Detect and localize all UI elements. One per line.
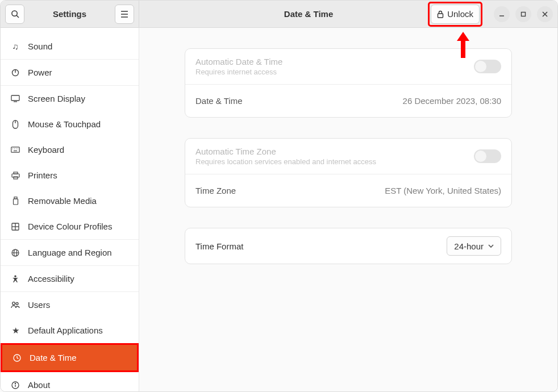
sidebar-item-label: Language and Region bbox=[28, 248, 112, 257]
row-automatic-time-zone: Automatic Time Zone Requires location se… bbox=[185, 139, 511, 174]
header-bar: Settings Date & Time Unlock bbox=[1, 1, 557, 28]
sidebar-item-keyboard[interactable]: Keyboard bbox=[1, 137, 139, 162]
group-time-zone: Automatic Time Zone Requires location se… bbox=[185, 138, 512, 207]
svg-rect-5 bbox=[438, 14, 443, 18]
svg-point-0 bbox=[11, 11, 16, 16]
row-date-time[interactable]: Date & Time 26 December 2023, 08:30 bbox=[185, 84, 511, 117]
annotation-highlight-unlock: Unlock bbox=[428, 2, 482, 27]
sidebar-item-label: Default Applications bbox=[28, 326, 103, 335]
music-note-icon: ♫ bbox=[11, 41, 20, 51]
svg-rect-7 bbox=[522, 12, 526, 16]
sidebar-item-label: Removable Media bbox=[28, 196, 97, 206]
maximize-icon bbox=[520, 11, 526, 17]
row-value: 26 December 2023, 08:30 bbox=[403, 96, 501, 106]
colour-icon bbox=[11, 223, 20, 231]
sidebar-item-screen-display[interactable]: Screen Display bbox=[1, 86, 139, 111]
toggle-knob bbox=[475, 61, 486, 72]
row-time-format: Time Format 24-hour bbox=[185, 228, 511, 264]
row-label: Automatic Date & Time bbox=[195, 57, 474, 66]
row-value: EST (New York, United States) bbox=[385, 186, 501, 195]
display-icon bbox=[11, 95, 20, 102]
sidebar-item-label: Date & Time bbox=[30, 353, 77, 362]
main-panel: Automatic Date & Time Requires internet … bbox=[139, 28, 557, 392]
sidebar-item-label: Users bbox=[28, 300, 50, 310]
sidebar-item-sound[interactable]: ♫ Sound bbox=[1, 34, 139, 59]
row-label: Automatic Time Zone bbox=[195, 147, 474, 156]
sidebar-item-label: Keyboard bbox=[28, 145, 64, 155]
accessibility-icon bbox=[11, 275, 20, 283]
svg-rect-23 bbox=[14, 172, 18, 174]
users-icon bbox=[11, 301, 20, 308]
chevron-down-icon bbox=[488, 244, 494, 248]
keyboard-icon bbox=[11, 147, 20, 153]
svg-rect-16 bbox=[11, 147, 19, 152]
close-icon bbox=[542, 11, 548, 17]
header-left: Settings bbox=[1, 1, 139, 27]
lock-icon bbox=[437, 10, 444, 18]
page-title: Date & Time bbox=[189, 9, 428, 19]
sidebar-item-language-region[interactable]: Language and Region bbox=[1, 240, 139, 265]
annotation-highlight-sidebar: Date & Time bbox=[1, 343, 139, 372]
toggle-automatic-date-time[interactable] bbox=[474, 60, 501, 73]
svg-point-34 bbox=[13, 302, 15, 305]
search-icon bbox=[11, 10, 19, 18]
sidebar-item-printers[interactable]: Printers bbox=[1, 162, 139, 188]
svg-rect-25 bbox=[13, 199, 18, 205]
clock-icon bbox=[13, 354, 22, 362]
group-date-time: Automatic Date & Time Requires internet … bbox=[185, 48, 512, 118]
row-time-zone[interactable]: Time Zone EST (New York, United States) bbox=[185, 174, 511, 207]
toggle-knob bbox=[475, 151, 486, 162]
svg-line-1 bbox=[16, 15, 19, 18]
toggle-automatic-time-zone[interactable] bbox=[474, 149, 501, 163]
row-sublabel: Requires location services enabled and i… bbox=[195, 157, 474, 166]
sidebar-item-label: Printers bbox=[28, 170, 57, 180]
select-value: 24-hour bbox=[454, 241, 484, 251]
window-maximize-button[interactable] bbox=[515, 6, 531, 22]
printer-icon bbox=[11, 172, 20, 180]
sidebar-item-label: About bbox=[28, 380, 50, 390]
group-time-format: Time Format 24-hour bbox=[185, 228, 512, 264]
unlock-label: Unlock bbox=[447, 9, 473, 19]
row-automatic-date-time: Automatic Date & Time Requires internet … bbox=[185, 49, 511, 84]
sidebar: ♫ Sound Power Screen Display Mouse & Tou… bbox=[1, 28, 139, 392]
usb-icon bbox=[11, 197, 20, 205]
row-label: Time Format bbox=[195, 241, 447, 251]
svg-point-33 bbox=[14, 275, 16, 277]
info-icon bbox=[11, 381, 20, 389]
sidebar-item-removable-media[interactable]: Removable Media bbox=[1, 188, 139, 214]
sidebar-item-users[interactable]: Users bbox=[1, 292, 139, 318]
menu-button[interactable] bbox=[115, 5, 134, 24]
unlock-button[interactable]: Unlock bbox=[431, 5, 480, 24]
hamburger-icon bbox=[120, 11, 128, 18]
sidebar-item-label: Power bbox=[28, 68, 52, 77]
star-icon: ★ bbox=[11, 326, 20, 336]
sidebar-item-label: Mouse & Touchpad bbox=[28, 119, 101, 129]
sidebar-item-power[interactable]: Power bbox=[1, 60, 139, 85]
svg-rect-26 bbox=[14, 197, 17, 199]
header-right: Date & Time Unlock bbox=[139, 1, 557, 27]
row-label: Time Zone bbox=[195, 186, 385, 195]
mouse-icon bbox=[11, 120, 20, 129]
svg-point-39 bbox=[15, 383, 15, 383]
sidebar-item-device-colour[interactable]: Device Colour Profiles bbox=[1, 214, 139, 239]
time-format-select[interactable]: 24-hour bbox=[447, 236, 501, 256]
sidebar-item-label: Device Colour Profiles bbox=[28, 222, 112, 231]
sidebar-item-label: Screen Display bbox=[28, 94, 85, 103]
sidebar-item-label: Sound bbox=[28, 41, 52, 51]
power-icon bbox=[11, 69, 20, 77]
window-close-button[interactable] bbox=[537, 6, 553, 22]
sidebar-item-date-time[interactable]: Date & Time bbox=[2, 345, 137, 370]
window-minimize-button[interactable] bbox=[494, 6, 510, 22]
sidebar-item-default-apps[interactable]: ★ Default Applications bbox=[1, 318, 139, 343]
sidebar-item-accessibility[interactable]: Accessibility bbox=[1, 266, 139, 291]
row-sublabel: Requires internet access bbox=[195, 68, 474, 76]
search-button[interactable] bbox=[5, 5, 24, 24]
sidebar-item-label: Accessibility bbox=[28, 274, 74, 283]
sidebar-item-about[interactable]: About bbox=[1, 372, 139, 392]
svg-rect-12 bbox=[11, 95, 19, 101]
sidebar-item-mouse-touchpad[interactable]: Mouse & Touchpad bbox=[1, 111, 139, 137]
sidebar-title: Settings bbox=[24, 9, 115, 19]
svg-point-35 bbox=[16, 303, 18, 305]
globe-icon bbox=[11, 249, 20, 257]
minimize-icon bbox=[499, 11, 505, 17]
